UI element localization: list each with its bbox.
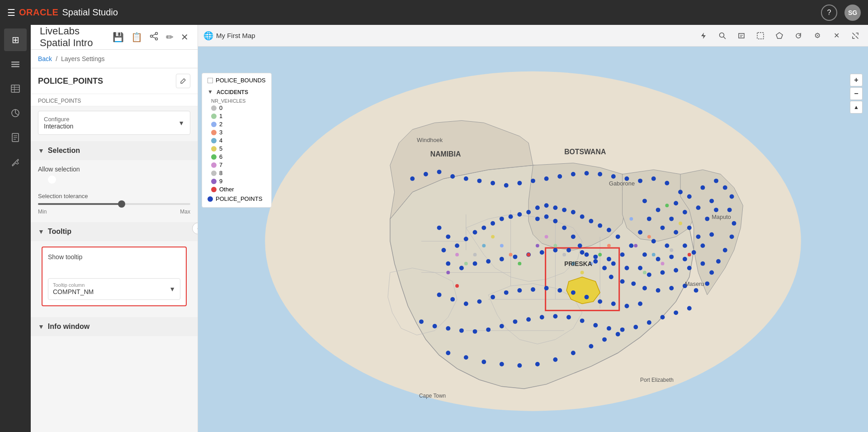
legend-item-6: 6	[211, 153, 266, 160]
edit-button[interactable]: ✏	[166, 32, 174, 43]
legend-nr-vehicles-label: NR_VEHICLES	[211, 98, 266, 104]
svg-point-87	[669, 286, 674, 290]
map-area[interactable]: NAMIBIA BOTSWANA Windhoek Gaborone Maser…	[198, 47, 868, 432]
save-as-button[interactable]: 📋	[131, 32, 142, 43]
legend-dot-6	[211, 154, 217, 160]
svg-point-181	[571, 351, 576, 355]
svg-point-209	[670, 248, 673, 252]
save-button[interactable]: 💾	[113, 32, 124, 43]
svg-point-71	[730, 234, 734, 239]
svg-point-176	[481, 360, 486, 364]
sidebar-item-reports[interactable]	[4, 126, 27, 149]
svg-point-172	[674, 310, 678, 315]
svg-point-213	[688, 253, 691, 256]
svg-point-180	[553, 357, 557, 362]
svg-point-142	[504, 290, 509, 295]
svg-rect-3	[11, 85, 19, 92]
svg-point-44	[642, 199, 647, 203]
svg-point-206	[629, 217, 633, 221]
allow-selection-label: Allow selection	[38, 166, 80, 173]
legend-item-4: 4	[211, 137, 266, 144]
settings-tool[interactable]: ⚙	[810, 28, 825, 43]
tolerance-slider-track[interactable]	[38, 203, 190, 205]
svg-point-210	[643, 271, 646, 274]
map-legend: POLICE_BOUNDS ▼ ACCIDENTS NR_VEHICLES 0	[202, 73, 272, 208]
selection-body: Allow selection Selection tolerance	[31, 160, 198, 220]
svg-point-139	[464, 302, 468, 306]
tolerance-label: Selection tolerance	[38, 193, 190, 199]
sidebar-item-layers[interactable]	[4, 53, 27, 76]
sidebar-item-table[interactable]	[4, 77, 27, 100]
legend-nr-vehicles: NR_VEHICLES 0 1 2	[208, 98, 266, 193]
svg-point-85	[694, 288, 698, 293]
svg-point-97	[571, 234, 576, 239]
svg-point-118	[571, 210, 576, 214]
show-tooltip-row: Show tooltip	[48, 253, 180, 273]
svg-point-189	[464, 176, 468, 181]
tooltip-column-dropdown[interactable]: Tooltip column COMPNT_NM ▼	[48, 278, 180, 300]
svg-point-224	[518, 262, 521, 266]
search-tool[interactable]	[715, 28, 730, 43]
breadcrumb: Back / Layers Settings	[31, 50, 198, 68]
svg-point-102	[437, 226, 442, 230]
close-map-tool[interactable]: ✕	[829, 28, 844, 43]
svg-point-143	[517, 288, 522, 293]
oracle-logo: ORACLE	[19, 7, 58, 18]
expand-tool[interactable]	[848, 28, 863, 43]
svg-rect-1	[11, 64, 19, 65]
help-button[interactable]: ?	[821, 5, 837, 21]
svg-point-232	[446, 271, 450, 274]
hamburger-icon[interactable]: ☰	[7, 7, 15, 18]
legend-police-points-label: POLICE_POINTS	[216, 195, 262, 202]
selection-section: ▼ Selection Allow selection Selection to…	[31, 141, 198, 220]
tooltip-header[interactable]: ▼ Tooltip	[31, 222, 198, 241]
content-area: LiveLabs Spatial Intro 💾 📋 ✏ ✕ Back / La…	[31, 25, 868, 432]
svg-point-200	[611, 174, 616, 179]
svg-point-62	[705, 217, 709, 221]
svg-point-91	[620, 279, 625, 284]
share-button[interactable]	[150, 32, 159, 43]
svg-text:Gaborone: Gaborone	[609, 180, 635, 187]
breadcrumb-current: Layers Settings	[61, 55, 105, 62]
sidebar-item-analysis[interactable]	[4, 102, 27, 124]
svg-point-111	[509, 214, 513, 219]
zoom-out-button[interactable]: −	[850, 87, 863, 100]
configure-interaction-dropdown[interactable]: Configure Interaction ▼	[38, 111, 190, 135]
svg-point-82	[701, 261, 705, 266]
info-window-header[interactable]: ▼ Info window	[31, 317, 198, 336]
lightning-tool[interactable]	[696, 28, 711, 43]
svg-point-70	[732, 221, 736, 226]
polygon-tool[interactable]	[772, 28, 787, 43]
svg-point-195	[544, 176, 549, 181]
user-avatar[interactable]: SG	[844, 5, 861, 21]
legend-value-5: 5	[219, 145, 222, 152]
compass-button[interactable]: ▲	[850, 101, 863, 114]
svg-point-191	[491, 181, 495, 185]
label-tool[interactable]	[734, 28, 749, 43]
svg-point-52	[651, 239, 656, 243]
svg-point-168	[620, 328, 625, 332]
svg-point-132	[553, 248, 557, 252]
svg-point-226	[500, 244, 504, 247]
svg-point-100	[544, 214, 549, 219]
svg-point-231	[455, 253, 459, 256]
allow-selection-row: Allow selection	[38, 166, 190, 173]
legend-value-3: 3	[219, 129, 222, 136]
svg-point-77	[638, 266, 642, 271]
close-map-button[interactable]: ✕	[181, 32, 189, 43]
refresh-tool[interactable]	[791, 28, 806, 43]
layer-edit-button[interactable]	[176, 74, 190, 88]
svg-point-93	[602, 266, 607, 271]
tooltip-section-outer: ▼ Tooltip Show tooltip	[31, 222, 198, 315]
select-area-tool[interactable]	[753, 28, 768, 43]
svg-point-159	[500, 324, 504, 328]
sidebar-item-tools[interactable]	[4, 151, 27, 173]
sidebar-item-grid[interactable]: ⊞	[4, 28, 27, 51]
slider-thumb[interactable]	[118, 200, 125, 208]
topbar: ☰ ORACLE Spatial Studio ? SG	[0, 0, 868, 25]
back-link[interactable]: Back	[38, 55, 52, 62]
svg-rect-2	[11, 66, 19, 67]
selection-header[interactable]: ▼ Selection	[31, 141, 198, 160]
svg-point-165	[580, 318, 585, 323]
zoom-in-button[interactable]: +	[850, 74, 863, 86]
